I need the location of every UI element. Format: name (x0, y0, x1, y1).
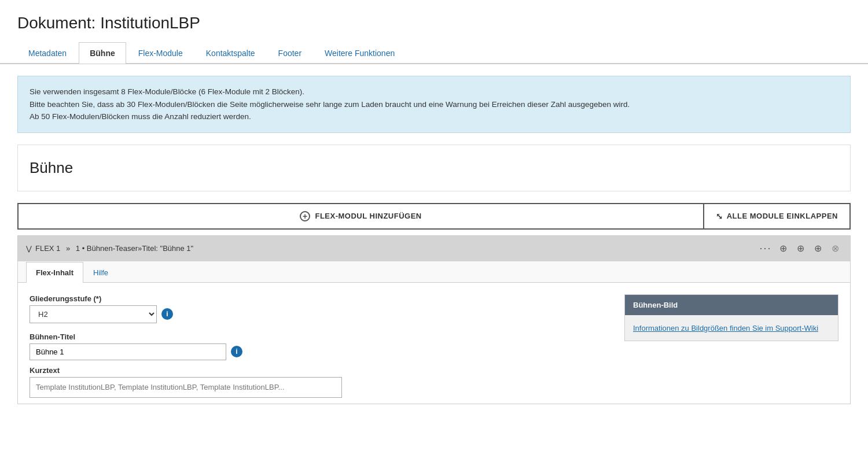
move-up-icon: ⊕ (779, 243, 787, 254)
info-box: Sie verwenden insgesamt 8 Flex-Module/Bl… (17, 76, 851, 133)
tabs-bar: Metadaten Bühne Flex-Module Kontaktspalt… (0, 42, 868, 64)
gliederungsstufe-select[interactable]: H2 H1 H3 H4 (30, 305, 157, 323)
page-title: Dokument: InstitutionLBP (0, 0, 868, 42)
more-icon: ··· (760, 242, 772, 254)
buehnen-bild-box: Bühnen-Bild Informationen zu Bildgrößen … (624, 294, 838, 341)
kurztext-area: Kurztext (18, 366, 850, 404)
flex-module-breadcrumb-text: 1 • Bühnen-Teaser»Titel: "Bühne 1" (76, 244, 193, 253)
collapse-icon: ⤡ (716, 212, 723, 221)
info-box-line1: Sie verwenden insgesamt 8 Flex-Module/Bl… (30, 86, 838, 98)
info-box-line3: Ab 50 Flex-Modulen/Blöcken muss die Anza… (30, 110, 838, 123)
flex-module-label: ⋁ FLEX 1 » 1 • Bühnen-Teaser»Titel: "Büh… (26, 244, 193, 253)
buehnen-titel-field: Bühnen-Titel i (30, 332, 607, 360)
flex-module-1: ⋁ FLEX 1 » 1 • Bühnen-Teaser»Titel: "Büh… (17, 235, 851, 404)
buehnen-bild-header: Bühnen-Bild (625, 295, 838, 315)
move-down-icon: ⊕ (797, 243, 804, 254)
tab-weitere-funktionen[interactable]: Weitere Funktionen (314, 42, 406, 64)
close-icon: ⊗ (832, 243, 839, 254)
flex-move-down-button[interactable]: ⊕ (793, 242, 807, 256)
section-card-title: Bühne (30, 159, 838, 177)
buehnen-titel-label: Bühnen-Titel (30, 332, 607, 341)
tab-footer[interactable]: Footer (267, 42, 312, 64)
collapse-label: ALLE MODULE EINKLAPPEN (727, 212, 838, 220)
form-area: Gliederungsstufe (*) H2 H1 H3 H4 i Bühne… (18, 283, 850, 366)
chevron-down-icon[interactable]: ⋁ (26, 245, 32, 253)
kurztext-input[interactable] (30, 377, 342, 398)
tab-metadaten[interactable]: Metadaten (17, 42, 78, 64)
tab-flex-module[interactable]: Flex-Module (127, 42, 194, 64)
buehnen-titel-input[interactable] (30, 343, 226, 360)
form-left: Gliederungsstufe (*) H2 H1 H3 H4 i Bühne… (30, 294, 607, 360)
gliederungsstufe-info-icon[interactable]: i (161, 308, 173, 320)
buehnen-titel-row: i (30, 343, 607, 360)
add-flex-label: FLEX-MODUL HINZUFÜGEN (315, 212, 421, 220)
add-flex-module-button[interactable]: + FLEX-MODUL HINZUFÜGEN (17, 203, 704, 230)
flex-move-up-button[interactable]: ⊕ (776, 242, 790, 256)
buehnen-bild-body: Informationen zu Bildgrößen finden Sie i… (625, 315, 838, 341)
info-box-line2: Bitte beachten Sie, dass ab 30 Flex-Modu… (30, 98, 838, 111)
action-bar: + FLEX-MODUL HINZUFÜGEN ⤡ ALLE MODULE EI… (17, 203, 851, 230)
gliederungsstufe-row: H2 H1 H3 H4 i (30, 305, 607, 323)
section-card: Bühne (17, 145, 851, 191)
flex-module-breadcrumb: » (64, 244, 72, 253)
add-icon: ⊕ (814, 243, 822, 254)
inner-tab-flex-inhalt[interactable]: Flex-Inhalt (26, 262, 83, 283)
inner-tabs: Flex-Inhalt Hilfe (18, 261, 850, 283)
flex-more-button[interactable]: ··· (759, 242, 773, 256)
flex-module-header: ⋁ FLEX 1 » 1 • Bühnen-Teaser»Titel: "Büh… (18, 236, 850, 261)
flex-module-id: FLEX 1 (35, 244, 60, 253)
kurztext-label: Kurztext (30, 366, 838, 375)
tab-kontaktspalte[interactable]: Kontaktspalte (195, 42, 266, 64)
tab-buehne[interactable]: Bühne (79, 42, 126, 64)
inner-tab-hilfe[interactable]: Hilfe (83, 262, 118, 283)
gliederungsstufe-field: Gliederungsstufe (*) H2 H1 H3 H4 i (30, 294, 607, 323)
buehnen-bild-link[interactable]: Informationen zu Bildgrößen finden Sie i… (633, 324, 818, 332)
buehnen-titel-info-icon[interactable]: i (231, 346, 242, 357)
collapse-all-button[interactable]: ⤡ ALLE MODULE EINKLAPPEN (704, 203, 851, 230)
gliederungsstufe-label: Gliederungsstufe (*) (30, 294, 607, 303)
flex-module-actions: ··· ⊕ ⊕ ⊕ ⊗ (759, 242, 842, 256)
flex-close-button[interactable]: ⊗ (828, 242, 842, 256)
form-right: Bühnen-Bild Informationen zu Bildgrößen … (624, 294, 838, 360)
flex-add-button[interactable]: ⊕ (811, 242, 825, 256)
plus-circle-icon: + (300, 211, 310, 221)
